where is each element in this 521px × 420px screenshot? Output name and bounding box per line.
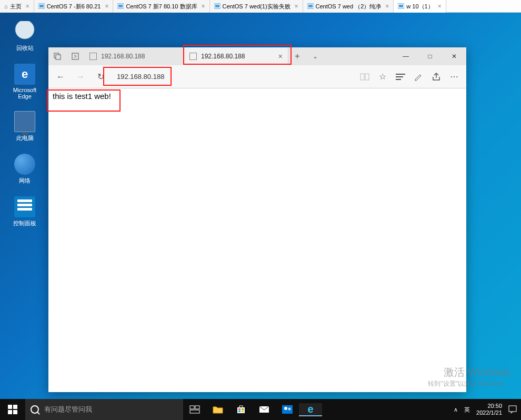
people-button[interactable] [276, 405, 299, 414]
svg-rect-20 [190, 410, 199, 413]
notes-button[interactable] [409, 68, 427, 86]
task-view-button[interactable] [183, 405, 206, 414]
vm-icon [117, 3, 124, 9]
maximize-button[interactable]: □ [418, 47, 442, 65]
svg-rect-1 [39, 5, 44, 7]
control-panel-icon [14, 196, 35, 217]
svg-point-29 [288, 408, 291, 411]
icon-label: Microsoft Edge [6, 87, 43, 99]
vm-tab[interactable]: CentOS 7 wed （2）纯净 × [303, 0, 394, 13]
icon-label: 网络 [6, 177, 43, 185]
windows-icon [8, 405, 17, 414]
titlebar-left-buttons [48, 47, 84, 65]
vm-icon [214, 3, 221, 9]
back-button[interactable]: ← [52, 68, 69, 86]
svg-rect-18 [190, 406, 194, 409]
svg-rect-27 [282, 405, 293, 414]
vm-tab-label: w 10（1） [406, 3, 433, 11]
close-icon[interactable]: × [295, 3, 298, 10]
minimize-button[interactable]: — [394, 47, 418, 65]
forward-button[interactable]: → [72, 68, 89, 86]
taskbar-search[interactable]: 有问题尽管问我 [25, 399, 183, 420]
network-icon [14, 154, 35, 175]
file-explorer-button[interactable] [206, 405, 229, 414]
tab-actions-button[interactable] [48, 53, 66, 60]
vm-tab-home[interactable]: ⌂ 主页 × [0, 0, 34, 13]
svg-rect-11 [56, 55, 61, 59]
svg-point-28 [284, 407, 287, 410]
clock-time: 20:50 [476, 403, 502, 409]
edge-icon: e [14, 64, 35, 85]
notifications-button[interactable] [508, 405, 517, 414]
edge-tabs-area: 192.168.80.188 192.168.80.188 × + ⌄ [84, 47, 394, 65]
close-icon[interactable]: × [438, 3, 442, 10]
desktop-icons: 回收站 e Microsoft Edge 此电脑 网络 控制面板 [6, 21, 43, 239]
edge-titlebar: 192.168.80.188 192.168.80.188 × + ⌄ — □ … [48, 47, 466, 65]
ime-indicator[interactable]: 英 [464, 406, 470, 414]
vm-tab-label: 主页 [10, 3, 22, 11]
close-window-button[interactable]: ✕ [442, 47, 466, 65]
icon-label: 此电脑 [6, 134, 43, 142]
new-tab-button[interactable]: + [288, 47, 306, 65]
set-aside-button[interactable] [66, 53, 84, 60]
watermark-line2: 转到"设置"以激活 Windows。 [428, 379, 510, 388]
refresh-button[interactable]: ↻ [92, 68, 109, 86]
edge-toolbar: ← → ↻ 192.168.80.188 ☆ ⋯ [48, 65, 466, 88]
page-icon [189, 53, 197, 60]
tab-menu-button[interactable]: ⌄ [306, 47, 324, 65]
tab-close-icon[interactable]: × [278, 52, 283, 61]
reading-view-button[interactable] [356, 68, 374, 86]
svg-rect-9 [399, 5, 403, 7]
favorites-button[interactable]: ☆ [374, 68, 392, 86]
desktop-recycle-bin[interactable]: 回收站 [6, 21, 43, 52]
vm-tab[interactable]: CentOS 7 -新6 80.21 × [34, 0, 114, 13]
close-icon[interactable]: × [385, 3, 389, 10]
page-body-text: this is test1 web! [53, 92, 111, 101]
system-tray: ∧ 英 20:50 2022/1/21 [449, 399, 521, 420]
hub-button[interactable] [392, 68, 409, 86]
search-placeholder: 有问题尽管问我 [44, 405, 92, 414]
vm-tab-active[interactable]: w 10（1） × [394, 0, 446, 13]
close-icon[interactable]: × [105, 3, 108, 10]
page-icon [89, 53, 97, 60]
vm-tab-label: CentOS 7 wed(1)实验失败 [223, 3, 290, 11]
svg-rect-24 [238, 411, 241, 412]
close-icon[interactable]: × [26, 3, 29, 10]
address-bar[interactable]: 192.168.80.188 [112, 69, 354, 84]
taskbar-clock[interactable]: 20:50 2022/1/21 [476, 403, 502, 416]
svg-rect-12 [72, 53, 78, 59]
vm-icon [38, 3, 45, 9]
vm-tab[interactable]: CentOS 7 wed(1)实验失败 × [210, 0, 303, 13]
icon-label: 控制面板 [6, 219, 43, 227]
more-button[interactable]: ⋯ [445, 68, 463, 86]
desktop-network[interactable]: 网络 [6, 154, 43, 185]
browser-tab-active[interactable]: 192.168.80.188 × [184, 47, 288, 65]
vm-icon [307, 3, 314, 9]
svg-rect-22 [238, 408, 241, 410]
svg-rect-21 [237, 407, 245, 413]
close-icon[interactable]: × [202, 3, 205, 10]
pc-icon [14, 111, 35, 132]
vm-tab[interactable]: CentOS 7 新7 80.10 数据库 × [113, 0, 209, 13]
tray-expand-icon[interactable]: ∧ [454, 406, 458, 413]
url-text: 192.168.80.188 [117, 73, 164, 81]
start-button[interactable] [0, 399, 25, 420]
desktop-this-pc[interactable]: 此电脑 [6, 111, 43, 142]
mail-button[interactable] [253, 406, 276, 413]
svg-rect-13 [360, 74, 364, 80]
svg-rect-25 [242, 411, 244, 412]
taskbar: 有问题尽管问我 e ∧ 英 20:50 2022/1/21 [0, 399, 521, 420]
desktop-edge[interactable]: e Microsoft Edge [6, 64, 43, 99]
desktop-control-panel[interactable]: 控制面板 [6, 196, 43, 227]
vm-tab-label: CentOS 7 新7 80.10 数据库 [126, 3, 197, 11]
svg-rect-30 [509, 406, 516, 412]
browser-tab-inactive[interactable]: 192.168.80.188 [84, 47, 184, 65]
svg-rect-14 [365, 74, 369, 80]
store-button[interactable] [229, 405, 253, 414]
vm-tab-bar: ⌂ 主页 × CentOS 7 -新6 80.21 × CentOS 7 新7 … [0, 0, 521, 13]
share-button[interactable] [427, 68, 445, 86]
vm-tab-label: CentOS 7 -新6 80.21 [47, 3, 101, 11]
recycle-bin-icon [14, 21, 35, 42]
home-icon: ⌂ [4, 3, 8, 9]
edge-taskbar-button[interactable]: e [299, 403, 322, 416]
